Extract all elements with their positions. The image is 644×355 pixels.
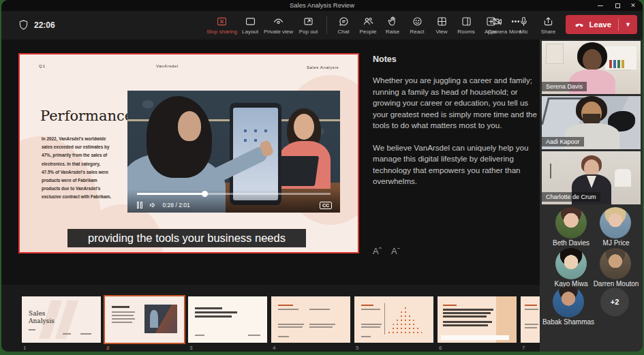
- notes-paragraph: We believe VanArsdel can uniquely help y…: [373, 142, 538, 187]
- avatar-kayo-miwa[interactable]: [555, 248, 587, 279]
- thumb-chart: [387, 306, 423, 333]
- share-button[interactable]: Share: [536, 13, 560, 35]
- private-view-button[interactable]: Private view: [262, 13, 294, 35]
- thumb-decor: [443, 315, 487, 318]
- font-decrease-button[interactable]: Aˉ: [391, 246, 400, 256]
- thumb-decor: [278, 336, 289, 337]
- thumbnail-number: 6: [439, 345, 442, 351]
- thumb-decor: [112, 318, 135, 320]
- video-person-left: [147, 96, 212, 178]
- video-person-right-face: [294, 114, 314, 140]
- thumb-decor: [278, 305, 293, 306]
- view-icon: [436, 16, 448, 27]
- thumbnail-number: 4: [273, 345, 275, 351]
- thumb-decor: [309, 324, 335, 325]
- slide-filmstrip: Sales Analysis 1 2 3: [1, 285, 540, 352]
- react-button[interactable]: React: [405, 13, 429, 35]
- mic-icon: [518, 16, 530, 27]
- current-slide[interactable]: Q1 VanArsdel Sales Analysis Performance …: [18, 53, 359, 253]
- pop-out-button[interactable]: Pop out: [294, 13, 322, 35]
- maximize-button[interactable]: [611, 2, 624, 10]
- slide-thumbnail-3[interactable]: [188, 296, 267, 343]
- notes-font-controls: Aˆ Aˉ: [373, 246, 400, 256]
- thumb-chart-axis: [384, 303, 385, 335]
- video-progress-thumb[interactable]: [202, 191, 208, 197]
- video-tile-charlotte[interactable]: Charlotte de Crum: [542, 151, 641, 204]
- thumbnail-title: Sales Analysis: [29, 310, 63, 325]
- chat-button[interactable]: Chat: [331, 13, 356, 35]
- thumb-photo: [144, 305, 177, 333]
- closed-captions-button[interactable]: CC: [320, 202, 332, 209]
- pause-icon[interactable]: [137, 202, 142, 209]
- maximize-icon: [615, 3, 620, 8]
- avatar-mj-price[interactable]: [600, 207, 631, 238]
- thumb-decor: [361, 336, 371, 337]
- slide-title: Performance: [40, 108, 133, 124]
- minimize-icon: [598, 5, 603, 6]
- raise-hand-button[interactable]: Raise: [380, 13, 405, 35]
- hang-up-icon: [574, 19, 585, 30]
- people-button[interactable]: People: [356, 13, 380, 35]
- layout-button[interactable]: Layout: [238, 13, 262, 35]
- participant-name-label: Charlotte de Crum: [542, 192, 600, 202]
- thumb-decor: [309, 309, 330, 310]
- chat-icon: [338, 16, 350, 27]
- thumb-decor: [112, 315, 134, 316]
- teams-meeting-window: Sales Analysis Review ✕ 22:06 Stop shari…: [1, 0, 643, 352]
- slide-thumbnail-5[interactable]: [354, 296, 433, 343]
- video-timestamp: 0:28 / 2:01: [163, 202, 190, 209]
- participant-name-label: Serena Davis: [542, 82, 587, 91]
- volume-icon[interactable]: [149, 201, 157, 209]
- rooms-button[interactable]: Rooms: [454, 13, 478, 35]
- slide-body-text: In 2022, VanArsdel's worldwide sales exc…: [42, 135, 125, 202]
- tile-decor-lamp: [550, 164, 551, 179]
- thumb-decor: [361, 305, 373, 306]
- mic-button[interactable]: Mic: [511, 13, 536, 35]
- stop-sharing-button[interactable]: Stop sharing: [206, 13, 238, 35]
- avatar-babak-shammas[interactable]: [553, 286, 584, 318]
- thumbnail-number-active: 2: [106, 345, 109, 351]
- meeting-timer: 22:06: [18, 19, 55, 31]
- tile-decor-chair: [615, 169, 631, 187]
- thumb-decor: [195, 315, 232, 318]
- thumbnail-number: 5: [356, 345, 358, 351]
- video-tile-aadi[interactable]: Aadi Kapoor: [542, 96, 641, 149]
- tile-decor-poster: [546, 44, 564, 64]
- slide-thumbnail-4[interactable]: [271, 296, 350, 343]
- thumb-footer: [441, 335, 509, 340]
- close-button[interactable]: ✕: [626, 2, 640, 10]
- thumb-decor: [361, 324, 382, 325]
- video-progress-fill: [137, 193, 204, 195]
- slide-thumbnail-2[interactable]: [105, 296, 184, 343]
- toolbar-center-group: Stop sharing Layout Private view Pop out…: [206, 13, 527, 35]
- avatar-darren-mouton[interactable]: [600, 248, 631, 279]
- thumb-decor: [443, 312, 491, 314]
- live-caption-bar: providing the tools your business needs: [67, 229, 306, 247]
- notes-paragraph: Whether you are juggling a career and fa…: [373, 75, 538, 132]
- shield-icon: [18, 19, 29, 31]
- rooms-icon: [461, 16, 472, 27]
- slide-thumbnail-1[interactable]: Sales Analysis: [22, 296, 101, 343]
- video-tile-serena[interactable]: Serena Davis: [542, 41, 641, 94]
- slide-thumbnail-6[interactable]: [438, 296, 517, 343]
- font-increase-button[interactable]: Aˆ: [373, 246, 382, 256]
- leave-button[interactable]: Leave ▼: [566, 15, 637, 34]
- video-person-left-face: [178, 111, 201, 141]
- overflow-participants-badge[interactable]: +2: [600, 288, 629, 316]
- audio-participant-name: MJ Price: [585, 239, 643, 247]
- leave-button-main[interactable]: Leave: [566, 19, 618, 30]
- thumb-decor: [443, 305, 457, 306]
- view-button[interactable]: View: [429, 13, 454, 35]
- thumb-decor: [525, 324, 538, 325]
- participant-name-label: Aadi Kapoor: [542, 137, 584, 146]
- participants-panel: Serena Davis Aadi Kapoor Charlotte de Cr…: [540, 40, 643, 352]
- thumb-decor: [63, 333, 71, 335]
- minimize-button[interactable]: [594, 2, 607, 10]
- avatar-beth-davies[interactable]: [555, 207, 587, 238]
- slide-video-player[interactable]: 0:28 / 2:01 CC: [127, 91, 340, 213]
- slide-eyebrow: Q1: [39, 64, 46, 68]
- video-progress-bar[interactable]: [137, 193, 331, 195]
- camera-button[interactable]: Camera: [483, 13, 511, 35]
- thumb-decor: [525, 327, 537, 328]
- leave-options-chevron[interactable]: ▼: [619, 21, 637, 28]
